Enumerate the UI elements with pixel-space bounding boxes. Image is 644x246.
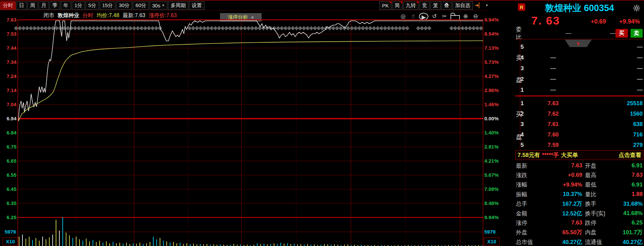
pct-axis-label: 9.94%: [484, 17, 499, 23]
price-axis-label: 6.84: [7, 130, 17, 135]
sell-level-row[interactable]: 4——: [521, 53, 643, 63]
pct-axis-label: 7.08%: [484, 186, 499, 192]
stat-label: 流通值: [585, 238, 616, 246]
stat-label: 跌停: [585, 219, 616, 227]
stock-title: 敦煌种业 600354: [515, 2, 644, 14]
level-number: 3: [521, 121, 528, 128]
stat-value: 12.52亿: [537, 210, 582, 217]
buy-button[interactable]: 买: [615, 29, 628, 38]
price-axis-label: 6.35: [7, 200, 16, 206]
level-volume: —: [578, 65, 643, 72]
banner-type: 大买单: [561, 151, 578, 159]
volume-multiplier-label[interactable]: X10: [6, 239, 15, 244]
stat-value: 1.88: [616, 191, 643, 198]
stat-label: 外盘: [516, 229, 537, 236]
stat-value: +9.94%: [537, 181, 582, 188]
stat-label: 量比: [585, 191, 616, 198]
stat-value: 31.68%: [616, 201, 643, 207]
stat-label: 内盘: [585, 229, 616, 236]
sell-gutter-label: 盘: [516, 76, 522, 84]
stat-label: 涨停: [516, 219, 537, 227]
stat-value: 40.27亿: [616, 238, 643, 246]
buy-level-row[interactable]: 27.621560: [521, 109, 643, 119]
stat-label: 换手[实]: [585, 210, 616, 217]
limit-seal-marker: [479, 26, 483, 31]
price-axis-label: 6.65: [7, 158, 16, 164]
stat-label: 涨跌: [516, 171, 537, 179]
stat-row: 最新7.63开盘6.91: [515, 161, 644, 170]
gear-icon[interactable]: [633, 5, 640, 11]
volume-axis-label: 5979: [5, 229, 16, 235]
stat-label: 换手: [585, 200, 616, 208]
intraday-chart[interactable]: 7.639.94%7.538.54%7.447.13%7.345.73%7.24…: [0, 1, 515, 246]
stat-value: 40.27亿: [537, 238, 582, 246]
level-volume: 1560: [578, 111, 643, 117]
weibi-row: 委比 — — 买 卖: [515, 28, 644, 39]
last-price: 7. 63: [531, 14, 560, 27]
volume-multiplier-label[interactable]: X10: [487, 239, 496, 244]
app-window: 分时日周月季年1分5分15分30分60分30s▼多周期设置 PK简九转竞笼叠加自…: [0, 0, 644, 246]
stat-label: 金额: [516, 210, 537, 217]
buy-level-row[interactable]: 47.60716: [521, 130, 643, 140]
pct-axis-label: 0.00%: [484, 116, 499, 121]
stat-row: 总手167.2万换手31.68%: [515, 199, 644, 209]
price-axis-label: 6.55: [7, 172, 16, 178]
level-price: —: [528, 76, 578, 83]
buy-level-row[interactable]: 17.6325518: [521, 98, 643, 109]
stat-row: 涨跌+0.69最高7.63: [515, 170, 644, 180]
stat-value: 101.7万: [616, 229, 643, 236]
price-axis-label: 6.45: [7, 186, 16, 192]
pct-axis-label: 2.81%: [484, 144, 499, 150]
price-axis-label: 7.34: [7, 59, 17, 65]
stat-value: 7.63: [537, 162, 582, 169]
level-volume: 638: [578, 121, 643, 128]
volume-axis-label: 5979: [484, 229, 495, 235]
stat-value: 41.68%: [616, 210, 643, 217]
level-price: 7.59: [528, 142, 578, 149]
stat-value: +0.69: [537, 172, 582, 178]
pct-axis-label: 5.73%: [484, 59, 499, 65]
level-number: 5: [521, 44, 528, 50]
sell-level-row[interactable]: 3——: [521, 64, 643, 74]
buy-level-row[interactable]: 37.61638: [521, 119, 643, 129]
stat-row: 涨幅+9.94%最低6.91: [515, 180, 644, 190]
level-volume: —: [578, 76, 643, 83]
stat-value: 65.50万: [537, 229, 582, 236]
banner-hidden-volume: *****手: [542, 151, 559, 159]
level-price: —: [528, 65, 578, 72]
stat-row: 总市值40.27亿流通值40.27亿: [515, 237, 644, 246]
sell-level-row[interactable]: 1——: [521, 85, 643, 95]
level-price: 7.61: [528, 121, 578, 128]
sell-gutter-label: 卖: [516, 53, 522, 62]
level-number: 1: [521, 87, 528, 93]
price-line: [18, 21, 483, 121]
banner-price: 7.58元有: [518, 151, 540, 159]
stat-value: 167.2万: [537, 200, 582, 208]
level-number: 1: [521, 100, 528, 107]
stat-label: 总市值: [516, 238, 537, 246]
book-separator: [515, 95, 644, 96]
average-line: [18, 41, 483, 121]
level-price: 7.63: [528, 100, 578, 107]
quote-panel: R 敦煌种业 600354 7. 63 +0.69 +9.94% 委比 — — …: [515, 1, 644, 246]
price-axis-label: 7.04: [7, 101, 17, 107]
stat-value: 6.91: [616, 181, 643, 188]
pct-axis-label: 5.67%: [484, 172, 499, 178]
sell-button[interactable]: 卖: [631, 29, 643, 38]
weicha-value: —: [610, 30, 615, 37]
price-axis-label: 6.94: [7, 116, 17, 121]
big-order-banner[interactable]: 7.58元有 *****手 大买单 点击查看: [515, 150, 643, 160]
level-volume: —: [578, 54, 643, 61]
stat-label: 最新: [516, 162, 537, 170]
level-price: —: [528, 54, 578, 61]
sell-level-row[interactable]: 2——: [521, 74, 643, 84]
buy-level-row[interactable]: 57.59279: [521, 140, 643, 150]
pct-axis-label: 1.46%: [484, 101, 499, 107]
stat-label: 总手: [516, 200, 537, 208]
pct-axis-label: 4.21%: [484, 158, 499, 164]
weibi-value: —: [566, 30, 571, 37]
banner-view-link[interactable]: 点击查看: [619, 151, 641, 159]
order-book: 5—4——3——2——1——17.632551827.62156037.6163…: [515, 39, 644, 39]
limit-seal-marker: [427, 26, 432, 31]
level-volume: 716: [578, 131, 643, 138]
